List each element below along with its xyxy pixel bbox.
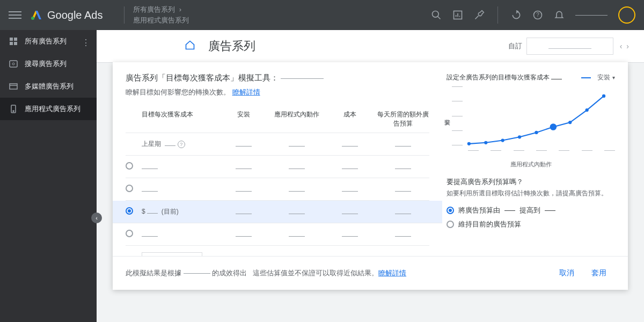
table-row[interactable] — [126, 156, 429, 178]
date-next-icon[interactable]: › — [624, 42, 631, 50]
svg-point-0 — [31, 17, 34, 20]
svg-rect-9 — [10, 38, 13, 41]
svg-text:?: ? — [536, 12, 539, 18]
col-inapp: 應用程式內動作 — [270, 110, 323, 128]
sidebar-item-label: 應用程式廣告系列 — [25, 104, 80, 114]
display-icon — [9, 82, 18, 91]
budget-question: 要提高廣告系列預算嗎？ — [447, 177, 615, 187]
svg-point-1 — [433, 11, 439, 18]
google-ads-icon — [30, 9, 43, 21]
budget-option-keep[interactable]: 維持目前的廣告預算 — [447, 219, 615, 229]
menu-icon[interactable] — [9, 9, 21, 21]
budget-description: 如要利用所選目標取得估計轉換次數，請提高廣告預算。 — [447, 189, 615, 198]
page-header: 廣告系列 自訂 ‹ › — [97, 30, 644, 63]
grid-icon — [9, 36, 18, 46]
table-row-custom[interactable]: $ 另行設定目標 — [126, 246, 429, 256]
more-icon[interactable]: ⋮ — [82, 38, 90, 48]
breadcrumb-sub[interactable]: 應用程式廣告系列 — [133, 16, 189, 25]
footer-disclaimer: 這些估算值並不保證可以取得近似結果。 — [253, 268, 378, 278]
page-title: 廣告系列 — [208, 38, 508, 54]
footer-text: 的成效得出 — [212, 268, 247, 278]
svg-point-27 — [602, 94, 605, 98]
simulator-modal: 廣告系列「目標每次獲客成本」模擬工具： 瞭解目標如何影響您的轉換次數。 瞭解詳情… — [113, 62, 628, 290]
col-extra-budget: 每天所需的額外廣告預算 — [376, 110, 429, 128]
date-range-label: 自訂 — [508, 41, 522, 51]
svg-rect-12 — [14, 42, 17, 45]
sidebar-item-search[interactable]: 搜尋廣告系列 — [0, 53, 97, 75]
modal-footer: 此模擬結果是根據 的成效得出 這些估算值並不保證可以取得近似結果。 瞭解詳情 取… — [113, 256, 628, 290]
product-logo[interactable]: Google Ads — [30, 9, 103, 21]
modal-subtitle: 瞭解目標如何影響您的轉換次數。 瞭解詳情 — [126, 87, 429, 97]
home-icon[interactable] — [185, 40, 195, 53]
col-cost: 成本 — [323, 110, 376, 128]
apply-button[interactable]: 套用 — [583, 264, 615, 282]
svg-rect-10 — [14, 38, 17, 41]
svg-line-2 — [438, 17, 441, 19]
sidebar: 所有廣告系列 ⋮ 搜尋廣告系列 多媒體廣告系列 應用程式廣告系列 — [0, 30, 97, 322]
legend-item — [581, 77, 591, 78]
notifications-icon[interactable] — [554, 10, 565, 20]
budget-option-increase[interactable]: 將廣告預算由 提高到 — [447, 206, 615, 215]
footer-learn-more-link[interactable]: 瞭解詳情 — [378, 268, 406, 278]
search-icon[interactable] — [431, 10, 442, 20]
help-icon[interactable]: ? — [178, 141, 185, 148]
radio-button[interactable] — [126, 230, 133, 237]
tools-icon[interactable] — [474, 10, 485, 20]
svg-point-22 — [518, 135, 521, 138]
custom-goal-input[interactable]: $ 另行設定目標 — [142, 252, 202, 256]
radio-button[interactable] — [447, 207, 454, 214]
footer-text: 此模擬結果是根據 — [126, 268, 181, 278]
svg-point-25 — [568, 121, 572, 124]
learn-more-link[interactable]: 瞭解詳情 — [232, 88, 260, 96]
svg-point-21 — [501, 138, 504, 142]
radio-button[interactable] — [126, 162, 133, 170]
svg-rect-11 — [10, 42, 13, 45]
table-row-current[interactable]: $ (目前) — [113, 201, 442, 223]
sidebar-item-label: 搜尋廣告系列 — [25, 59, 67, 69]
svg-point-23 — [535, 131, 538, 134]
table-row-lastweek: 上星期 ? — [126, 133, 429, 156]
refresh-icon[interactable] — [511, 10, 522, 20]
svg-point-14 — [12, 63, 14, 65]
col-target-cpa: 目標每次獲客成本 — [142, 110, 217, 128]
legend-dropdown[interactable]: 安裝 ▾ — [597, 73, 615, 82]
col-installs: 安裝 — [217, 110, 270, 128]
sidebar-item-display[interactable]: 多媒體廣告系列 — [0, 75, 97, 98]
simulator-chart: 安裝 — [447, 86, 615, 156]
chart-title: 設定全廣告系列的目標每次獲客成本 — [447, 73, 562, 82]
date-range-picker[interactable] — [526, 38, 613, 55]
radio-button[interactable] — [126, 185, 133, 192]
help-icon[interactable]: ? — [532, 10, 543, 20]
svg-point-20 — [484, 141, 487, 144]
radio-button[interactable] — [126, 207, 133, 215]
search-small-icon — [9, 59, 18, 69]
right-panel: 設定全廣告系列的目標每次獲客成本 安裝 ▾ 安裝 — [438, 73, 615, 245]
radio-button[interactable] — [447, 221, 454, 228]
table-row[interactable] — [126, 223, 429, 246]
svg-point-18 — [13, 111, 14, 112]
account-placeholder — [575, 15, 608, 16]
svg-point-19 — [467, 142, 471, 145]
sidebar-item-label: 所有廣告系列 — [25, 36, 67, 46]
divider — [124, 6, 125, 24]
svg-rect-15 — [10, 84, 17, 89]
sidebar-item-label: 多媒體廣告系列 — [25, 82, 74, 91]
simulator-table: 目標每次獲客成本 安裝 應用程式內動作 成本 每天所需的額外廣告預算 上星期 ? — [126, 106, 429, 256]
cancel-button[interactable]: 取消 — [551, 264, 583, 282]
svg-rect-13 — [10, 61, 17, 67]
sidebar-item-all[interactable]: 所有廣告系列 ⋮ — [0, 30, 97, 53]
app-header: Google Ads 所有廣告系列 › 應用程式廣告系列 ? — [0, 0, 644, 30]
svg-point-24 — [550, 123, 557, 130]
modal-title: 廣告系列「目標每次獲客成本」模擬工具： — [126, 73, 429, 83]
table-header: 目標每次獲客成本 安裝 應用程式內動作 成本 每天所需的額外廣告預算 — [126, 106, 429, 133]
date-prev-icon[interactable]: ‹ — [618, 42, 625, 50]
breadcrumb[interactable]: 所有廣告系列 › 應用程式廣告系列 — [133, 5, 189, 25]
svg-point-26 — [586, 108, 589, 112]
table-row[interactable] — [126, 178, 429, 201]
app-icon — [9, 104, 18, 114]
breadcrumb-top[interactable]: 所有廣告系列 — [133, 5, 175, 13]
avatar[interactable] — [618, 6, 635, 24]
sidebar-collapse-icon[interactable]: ‹ — [91, 213, 102, 223]
reports-icon[interactable] — [452, 10, 463, 20]
sidebar-item-app[interactable]: 應用程式廣告系列 — [0, 98, 97, 120]
